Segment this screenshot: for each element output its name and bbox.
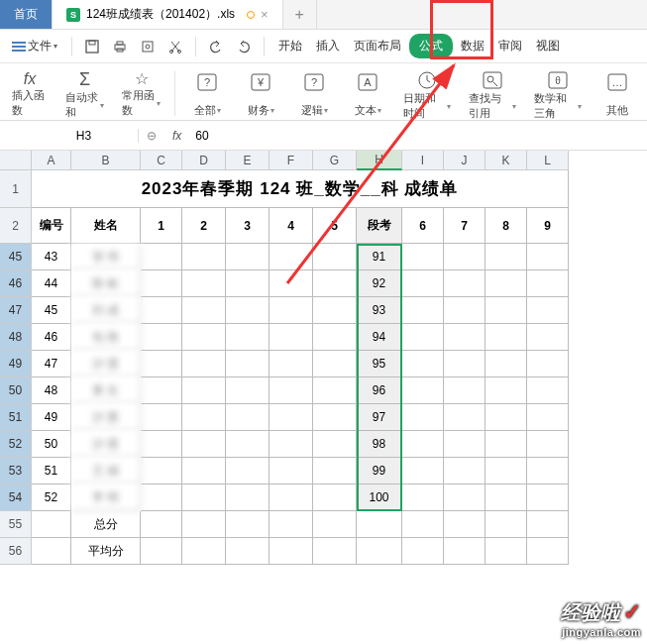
select-all-corner[interactable] xyxy=(0,151,32,170)
cell[interactable] xyxy=(226,484,270,511)
cell[interactable]: 沙 慧 xyxy=(71,431,141,458)
ribbon-text[interactable]: A 文本▾ xyxy=(344,67,391,120)
cell[interactable] xyxy=(444,538,485,565)
cell[interactable] xyxy=(527,244,569,270)
cell[interactable] xyxy=(485,431,527,458)
cell[interactable]: 50 xyxy=(32,431,71,458)
cell[interactable] xyxy=(485,351,527,377)
cell[interactable] xyxy=(402,377,444,404)
cell[interactable]: 97 xyxy=(357,404,402,431)
row-header[interactable]: 54 xyxy=(0,484,32,511)
cell[interactable] xyxy=(485,244,527,270)
cell[interactable] xyxy=(313,244,357,270)
cell[interactable]: 刘 成 xyxy=(71,297,141,324)
col-header-A[interactable]: A xyxy=(32,151,71,170)
menu-item-4[interactable]: 数据 xyxy=(455,34,490,58)
cell[interactable]: 45 xyxy=(32,297,71,324)
col-header-L[interactable]: L xyxy=(527,151,569,170)
menu-item-1[interactable]: 插入 xyxy=(310,34,346,58)
cell[interactable] xyxy=(485,324,527,351)
cell[interactable] xyxy=(226,404,270,431)
cell[interactable]: 平均分 xyxy=(71,538,141,565)
row-header[interactable]: 49 xyxy=(0,351,32,377)
col-header-K[interactable]: K xyxy=(485,151,527,170)
row-header[interactable]: 52 xyxy=(0,431,32,458)
cell[interactable] xyxy=(270,324,313,351)
cell[interactable]: 李 明 xyxy=(71,484,141,511)
cell[interactable] xyxy=(182,484,226,511)
cell[interactable] xyxy=(357,511,402,538)
cell[interactable] xyxy=(270,377,313,404)
cell[interactable] xyxy=(270,458,313,484)
row-header[interactable]: 47 xyxy=(0,297,32,324)
cell[interactable] xyxy=(182,538,226,565)
row-header[interactable]: 50 xyxy=(0,377,32,404)
cell[interactable] xyxy=(444,511,485,538)
cell[interactable] xyxy=(270,511,313,538)
cell[interactable] xyxy=(226,324,270,351)
app-menu-button[interactable]: 文件 ▾ xyxy=(6,34,63,58)
row-header[interactable]: 53 xyxy=(0,458,32,484)
ribbon-math[interactable]: θ 数学和三角▾ xyxy=(528,67,588,120)
ribbon-all[interactable]: ? 全部▾ xyxy=(183,67,231,120)
save-icon[interactable] xyxy=(80,35,104,58)
menu-item-5[interactable]: 审阅 xyxy=(492,34,528,58)
cell[interactable]: 陈 彬 xyxy=(71,270,141,297)
cell[interactable]: 总分 xyxy=(71,511,141,538)
cell[interactable] xyxy=(313,377,357,404)
cell[interactable] xyxy=(402,297,444,324)
cell[interactable]: 沙 惠 xyxy=(71,404,141,431)
cell[interactable]: 8 xyxy=(485,208,527,244)
cell[interactable] xyxy=(270,297,313,324)
cell[interactable] xyxy=(141,297,182,324)
cell[interactable] xyxy=(527,351,569,377)
cell[interactable]: 5 xyxy=(313,208,357,244)
cell[interactable] xyxy=(527,404,569,431)
cell[interactable]: 姓名 xyxy=(71,208,141,244)
cell[interactable]: 95 xyxy=(357,351,402,377)
row-header[interactable]: 56 xyxy=(0,538,32,565)
cell[interactable] xyxy=(313,270,357,297)
cell[interactable] xyxy=(182,324,226,351)
ribbon-finance[interactable]: ¥ 财务▾ xyxy=(237,67,284,120)
cell[interactable]: 沙 慧 xyxy=(71,351,141,377)
cell[interactable]: 4 xyxy=(270,208,313,244)
cell[interactable] xyxy=(527,431,569,458)
cell[interactable] xyxy=(313,431,357,458)
cell[interactable] xyxy=(226,511,270,538)
cell[interactable]: 96 xyxy=(357,377,402,404)
redo-icon[interactable] xyxy=(232,35,256,58)
cell[interactable] xyxy=(141,351,182,377)
cell[interactable] xyxy=(226,244,270,270)
cell[interactable] xyxy=(444,324,485,351)
cell[interactable]: 编号 xyxy=(32,208,71,244)
cell[interactable] xyxy=(313,511,357,538)
cell[interactable] xyxy=(141,538,182,565)
cell[interactable] xyxy=(182,351,226,377)
cell[interactable] xyxy=(226,297,270,324)
cell[interactable]: 包 殷 xyxy=(71,324,141,351)
cell[interactable] xyxy=(141,404,182,431)
cell[interactable]: 黄 生 xyxy=(71,377,141,404)
cell[interactable] xyxy=(527,324,569,351)
cell[interactable] xyxy=(444,377,485,404)
cut-icon[interactable] xyxy=(163,35,187,58)
cell[interactable]: 2023年春季期 124 班_数学__科 成绩单 xyxy=(32,170,569,208)
ribbon-autosum[interactable]: Σ 自动求和▾ xyxy=(59,67,110,120)
cell[interactable]: 王 娟 xyxy=(71,458,141,484)
cell[interactable] xyxy=(32,511,71,538)
cell[interactable] xyxy=(226,538,270,565)
cell[interactable]: 46 xyxy=(32,324,71,351)
cell[interactable]: 48 xyxy=(32,377,71,404)
cell[interactable] xyxy=(402,511,444,538)
cell[interactable] xyxy=(402,538,444,565)
ribbon-lookup[interactable]: 查找与引用▾ xyxy=(463,67,522,120)
cell[interactable] xyxy=(313,297,357,324)
zoom-out-icon[interactable]: ⊖ xyxy=(139,129,164,143)
cell[interactable]: 52 xyxy=(32,484,71,511)
cell[interactable] xyxy=(527,538,569,565)
cell[interactable] xyxy=(141,270,182,297)
cell[interactable] xyxy=(402,351,444,377)
cell[interactable] xyxy=(402,270,444,297)
cell[interactable] xyxy=(527,484,569,511)
